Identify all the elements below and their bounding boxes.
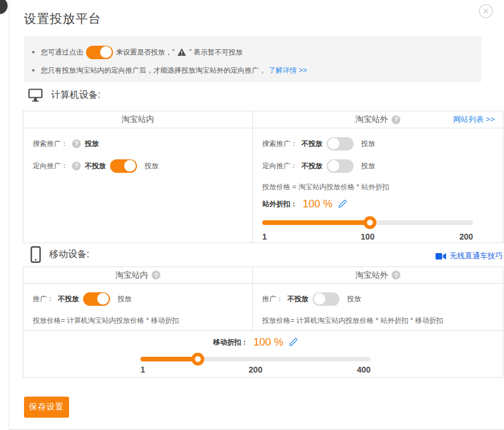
- target-on-label: 投放: [361, 161, 375, 171]
- computer-offsite-header-label: 淘宝站外: [355, 114, 388, 125]
- mobile-discount-value: 100 %: [253, 336, 283, 349]
- help-icon[interactable]: ?: [72, 162, 81, 170]
- save-settings-button[interactable]: 保存设置: [24, 397, 69, 418]
- wireless-tips-label: 无线直通车技巧: [450, 251, 503, 261]
- slider-mid-label: 200: [249, 365, 262, 374]
- slider-fill: [262, 220, 370, 225]
- computer-offsite-header: 淘宝站外 ? 网站列表 >>: [253, 111, 503, 128]
- promo-label: 推广：: [262, 294, 283, 304]
- notes-box: 您可通过点击 来设置是否投放，" " 表示暂不可投放 您只有投放淘宝站内的定向推…: [24, 36, 481, 82]
- computer-onsite-target-row: 定向推广： ? 不投放 投放: [33, 159, 159, 173]
- close-icon: [478, 4, 493, 19]
- search-promo-state: 投放: [85, 139, 99, 149]
- wireless-tips-link[interactable]: 无线直通车技巧: [436, 251, 503, 261]
- promo-off-label: 不投放: [58, 294, 79, 304]
- computer-table: 淘宝站内 淘宝站外 ? 网站列表 >> 搜索推广： ? 投放 定向推广：: [23, 111, 503, 243]
- bullet-dot: [32, 69, 35, 71]
- offsite-discount-value: 100 %: [303, 198, 332, 210]
- promo-off-label: 不投放: [287, 294, 308, 304]
- offsite-price-formula: 投放价格 = 淘宝站内投放价格 * 站外折扣: [262, 182, 389, 192]
- mobile-offsite-formula: 投放价格= 计算机淘宝站内投放价格 * 站外折扣 * 移动折扣: [262, 316, 443, 326]
- bullet-dot: [32, 51, 35, 53]
- learn-more-link[interactable]: 了解详情 >>: [269, 66, 307, 76]
- target-promo-label: 定向推广：: [262, 161, 297, 171]
- settings-dialog: 设置投放平台 您可通过点击 来设置是否投放，" " 表示暂不可投放 您: [9, 0, 504, 430]
- mobile-section-header: 移动设备:: [30, 246, 89, 263]
- note1-before: 您可通过点击: [41, 47, 83, 57]
- mobile-offsite-header-label: 淘宝站外: [355, 270, 388, 281]
- note1-after: " 表示暂不可投放: [189, 47, 243, 57]
- slider-handle[interactable]: [364, 216, 376, 229]
- slider-max-label: 400: [357, 365, 371, 374]
- target-promo-label: 定向推广：: [33, 161, 68, 171]
- mobile-onsite-header-label: 淘宝站内: [115, 270, 148, 281]
- computer-onsite-search-row: 搜索推广： ? 投放: [33, 136, 99, 151]
- computer-offsite-search-row: 搜索推广： 不投放 投放: [262, 136, 375, 151]
- warning-icon: [177, 48, 186, 56]
- mobile-onsite-cell: 推广： 不投放 投放 投放价格= 计算机淘宝站内投放价格 * 移动折扣: [23, 284, 253, 330]
- promo-label: 推广：: [33, 294, 54, 304]
- note2-text: 您只有投放淘宝站内的定向推广后，才能选择投放淘宝站外的定向推广，: [41, 66, 266, 76]
- help-icon[interactable]: ?: [392, 115, 400, 124]
- search-on-label: 投放: [361, 139, 375, 149]
- background-badge-icon: [0, 0, 8, 14]
- edit-pencil-icon[interactable]: [289, 337, 298, 347]
- note-item-2: 您只有投放淘宝站内的定向推广后，才能选择投放淘宝站外的定向推广， 了解详情 >>: [32, 65, 307, 76]
- mobile-discount-section: 移动折扣： 100 % 1 200 400: [23, 331, 503, 378]
- target-off-label: 不投放: [301, 161, 323, 171]
- edit-pencil-icon[interactable]: [338, 199, 347, 209]
- note1-mid: 来设置是否投放，": [116, 47, 174, 57]
- slider-handle[interactable]: [191, 353, 204, 366]
- mobile-table-header: 淘宝站内 ? 淘宝站外 ?: [23, 267, 503, 284]
- page-title: 设置投放平台: [24, 11, 101, 27]
- search-promo-label: 搜索推广：: [33, 139, 68, 149]
- mobile-onsite-header: 淘宝站内 ?: [23, 267, 253, 283]
- mobile-offsite-header: 淘宝站外 ?: [253, 267, 503, 283]
- target-on-label: 投放: [145, 161, 159, 171]
- computer-offsite-search-toggle[interactable]: [327, 137, 354, 151]
- slider-min-label: 1: [140, 365, 145, 374]
- computer-onsite-target-toggle[interactable]: [110, 159, 137, 173]
- computer-onsite-cell: 搜索推广： ? 投放 定向推广： ? 不投放 投放: [23, 128, 253, 243]
- mobile-offsite-cell: 推广： 不投放 投放 投放价格= 计算机淘宝站内投放价格 * 站外折扣 * 移动…: [253, 284, 503, 330]
- mobile-discount-row: 移动折扣： 100 %: [140, 335, 371, 350]
- video-icon: [436, 252, 447, 260]
- help-icon[interactable]: ?: [152, 271, 160, 279]
- page: 设置投放平台 您可通过点击 来设置是否投放，" " 表示暂不可投放 您: [0, 0, 504, 430]
- phone-icon: [30, 246, 41, 263]
- computer-onsite-header-label: 淘宝站内: [122, 114, 155, 125]
- computer-section-header: 计算机设备:: [28, 88, 100, 102]
- target-off-label: 不投放: [85, 161, 106, 171]
- mobile-onsite-toggle[interactable]: [83, 292, 110, 306]
- mobile-onsite-promo-row: 推广： 不投放 投放: [33, 292, 132, 306]
- offsite-discount-label: 站外折扣：: [262, 199, 297, 209]
- help-icon[interactable]: ?: [72, 139, 81, 148]
- mobile-offsite-toggle[interactable]: [313, 292, 340, 306]
- mobile-discount-slider[interactable]: [140, 353, 371, 366]
- slider-min-label: 1: [262, 232, 267, 241]
- computer-section-label: 计算机设备:: [51, 89, 100, 101]
- mobile-onsite-formula: 投放价格= 计算机淘宝站内投放价格 * 移动折扣: [33, 316, 179, 326]
- promo-on-label: 投放: [347, 294, 361, 304]
- offsite-discount-row: 站外折扣： 100 %: [262, 196, 347, 211]
- computer-onsite-header: 淘宝站内: [23, 111, 253, 128]
- demo-toggle[interactable]: [86, 46, 113, 59]
- note-item-1: 您可通过点击 来设置是否投放，" " 表示暂不可投放: [32, 45, 243, 60]
- offsite-discount-slider[interactable]: [262, 216, 473, 229]
- monitor-icon: [28, 88, 43, 102]
- promo-on-label: 投放: [118, 294, 132, 304]
- computer-offsite-target-toggle[interactable]: [327, 159, 354, 173]
- mobile-offsite-promo-row: 推广： 不投放 投放: [262, 292, 361, 306]
- site-list-link[interactable]: 网站列表 >>: [453, 114, 495, 125]
- offsite-slider-labels: 1 100 200: [262, 232, 473, 241]
- slider-fill: [140, 357, 198, 361]
- mobile-discount-label: 移动折扣：: [213, 337, 248, 347]
- computer-offsite-target-row: 定向推广： 不投放 投放: [262, 159, 375, 173]
- mobile-table: 淘宝站内 ? 淘宝站外 ? 推广： 不投放 投放 投放价格= 计算机淘宝站内投: [23, 267, 503, 378]
- computer-offsite-cell: 搜索推广： 不投放 投放 定向推广： 不投放 投放 投放价格 = 淘宝站内投放价…: [253, 128, 503, 243]
- mobile-section-label: 移动设备:: [49, 248, 89, 261]
- close-button[interactable]: [478, 4, 493, 19]
- computer-table-header: 淘宝站内 淘宝站外 ? 网站列表 >>: [23, 111, 503, 128]
- slider-mid-label: 100: [361, 232, 374, 241]
- help-icon[interactable]: ?: [392, 271, 400, 279]
